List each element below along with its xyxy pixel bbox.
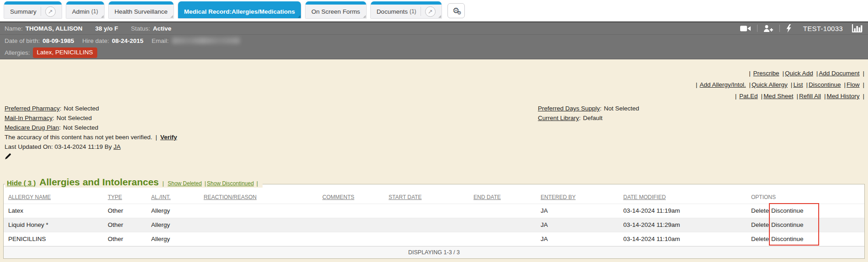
bar-chart-icon[interactable] xyxy=(852,24,863,33)
icon-divider xyxy=(757,25,758,32)
preferred-days-supply-link[interactable]: Preferred Days Supply xyxy=(538,105,602,112)
section-title: Allergies and Intolerances xyxy=(39,177,158,188)
col-header-type[interactable]: TYPE xyxy=(108,194,122,200)
verify-link[interactable]: Verify xyxy=(152,134,177,141)
mail-in-pharmacy-link[interactable]: Mail-In Pharmacy xyxy=(5,115,54,121)
col-header-entered-by[interactable]: ENTERED BY xyxy=(541,194,576,200)
prescribe-link[interactable]: Prescribe xyxy=(753,70,785,77)
cell-end-date xyxy=(469,218,536,232)
tab-medical-record-allergies-medications[interactable]: Medical Record:Allergies/Medications xyxy=(178,1,301,19)
table-row: Latex Other Allergy JA 03-14-2024 11:19a… xyxy=(4,204,864,218)
delete-row-link[interactable]: Delete xyxy=(751,207,769,214)
discontinue-row-link[interactable]: Discontinue xyxy=(771,221,804,228)
col-header-al-int[interactable]: AL./INT. xyxy=(151,194,171,200)
quick-add-link[interactable]: Quick Add xyxy=(785,70,819,77)
edit-pencil-icon[interactable] xyxy=(5,153,12,160)
table-header-row: ALLERGY NAME TYPE AL./INT. REACTION/REAS… xyxy=(4,191,864,204)
patient-header-row-3: Allergies: Latex, PENICILLINS xyxy=(0,47,868,59)
discontinue-link[interactable]: Discontinue xyxy=(809,81,847,88)
preferred-pharmacy-link[interactable]: Preferred Pharmacy xyxy=(5,105,62,112)
popout-arrow-icon[interactable]: ↗ xyxy=(425,6,436,17)
add-allergy-intol-link[interactable]: Add Allergy/Intol. xyxy=(700,81,752,88)
discontinue-row-link[interactable]: Discontinue xyxy=(771,236,804,242)
tab-documents[interactable]: Documents (1) ↗ xyxy=(370,1,442,19)
flow-link[interactable]: Flow xyxy=(847,81,864,88)
tab-health-surveillance[interactable]: Health Surveillance xyxy=(108,1,174,19)
show-deleted-link[interactable]: Show Deleted xyxy=(168,180,207,187)
person-add-icon[interactable] xyxy=(763,25,773,32)
cell-al-int: Allergy xyxy=(147,218,199,232)
table-row: Liquid Honey * Other Allergy JA 03-14-20… xyxy=(4,218,864,232)
last-updated-by-link[interactable]: JA xyxy=(113,143,121,150)
medicare-drug-plan-link[interactable]: Medicare Drug Plan xyxy=(5,124,61,131)
delete-row-link[interactable]: Delete xyxy=(751,221,769,228)
tab-admin[interactable]: Admin (1) xyxy=(66,1,105,19)
cell-end-date xyxy=(469,204,536,218)
tab-accent-strip xyxy=(371,1,442,5)
video-camera-icon[interactable] xyxy=(740,25,751,32)
content-area: PrescribeQuick AddAdd Document Add Aller… xyxy=(0,59,868,262)
table-row: PENICILLINS Other Allergy JA 03-14-2024 … xyxy=(4,232,864,246)
status-value: Active xyxy=(153,25,172,32)
preferred-days-supply-value: Not Selected xyxy=(604,105,639,112)
cell-type: Other xyxy=(103,218,147,232)
cell-allergy-name: PENICILLINS xyxy=(4,232,103,246)
tab-fold-corner xyxy=(298,15,300,18)
hire-date-value: 08-24-2015 xyxy=(112,37,143,44)
cell-options: DeleteDiscontinue xyxy=(747,218,864,232)
col-header-reaction-reason[interactable]: REACTION/REASON xyxy=(204,194,257,200)
col-header-start-date[interactable]: START DATE xyxy=(389,194,421,200)
show-discontinued-link[interactable]: Show Discontinued xyxy=(207,180,259,187)
library-info-block: Preferred Days SupplyNot Selected Curren… xyxy=(538,104,639,123)
patient-age-sex: 38 y/o F xyxy=(95,25,118,32)
col-header-options: OPTIONS xyxy=(751,194,776,200)
dob-label: Date of birth: xyxy=(5,37,40,44)
cell-options: DeleteDiscontinue xyxy=(747,232,864,246)
verify-line: The accuracy of this content has not yet… xyxy=(5,132,868,142)
pat-ed-link[interactable]: Pat.Ed xyxy=(739,93,763,100)
current-library-value: Default xyxy=(583,115,603,121)
preferred-pharmacy-line: Preferred PharmacyNot Selected xyxy=(5,104,868,113)
hide-section-link[interactable]: Hide ( 3 ) xyxy=(7,179,36,187)
lightning-icon[interactable] xyxy=(786,24,792,33)
cell-reaction xyxy=(199,232,318,246)
cell-comments xyxy=(318,218,384,232)
cell-date-modified: 03-14-2024 11:19am xyxy=(619,204,747,218)
email-value-blurred xyxy=(172,37,240,44)
list-link[interactable]: List xyxy=(793,81,809,88)
tab-fold-corner xyxy=(438,15,441,18)
tab-fold-corner xyxy=(363,15,366,18)
tab-label: Documents xyxy=(377,8,408,15)
tab-on-screen-forms[interactable]: On Screen Forms xyxy=(305,1,367,19)
settings-button[interactable]: ⚙ ⚙ xyxy=(447,3,465,18)
cell-date-modified: 03-14-2024 11:29am xyxy=(619,218,747,232)
add-document-link[interactable]: Add Document xyxy=(819,70,864,77)
cell-comments xyxy=(318,204,384,218)
dob-value: 08-09-1985 xyxy=(42,37,74,44)
mail-in-pharmacy-value: Not Selected xyxy=(57,115,92,121)
tab-summary[interactable]: Summary ↗ xyxy=(4,1,62,19)
col-header-end-date[interactable]: END DATE xyxy=(473,194,501,200)
preferred-pharmacy-value: Not Selected xyxy=(64,105,99,112)
quick-allergy-link[interactable]: Quick Allergy xyxy=(752,81,793,88)
last-updated-text: Last Updated On: 03-14-2024 11:19 By xyxy=(5,143,112,150)
med-sheet-link[interactable]: Med Sheet xyxy=(763,93,799,100)
current-library-link[interactable]: Current Library xyxy=(538,115,581,121)
medicare-drug-plan-value: Not Selected xyxy=(63,124,98,131)
refill-all-link[interactable]: Refill All xyxy=(799,93,827,100)
med-history-link[interactable]: Med History xyxy=(826,93,864,100)
delete-row-link[interactable]: Delete xyxy=(751,236,769,242)
cell-type: Other xyxy=(103,232,147,246)
discontinue-row-link[interactable]: Discontinue xyxy=(771,207,804,214)
col-header-allergy-name[interactable]: ALLERGY NAME xyxy=(8,194,51,200)
tab-label: On Screen Forms xyxy=(311,8,360,15)
col-header-date-modified[interactable]: DATE MODIFIED xyxy=(623,194,666,200)
action-links-row-2: Add Allergy/Intol.Quick AllergyListDisco… xyxy=(0,79,864,90)
cell-al-int: Allergy xyxy=(147,232,199,246)
col-header-comments[interactable]: COMMENTS xyxy=(322,194,354,200)
tab-label: Medical Record:Allergies/Medications xyxy=(184,8,295,15)
popout-arrow-icon[interactable]: ↗ xyxy=(45,6,56,17)
pharmacy-info-block: Preferred PharmacyNot Selected Mail-In P… xyxy=(0,104,868,160)
cell-comments xyxy=(318,232,384,246)
allergies-panel-legend: Hide ( 3 ) Allergies and Intolerances Sh… xyxy=(5,177,263,188)
